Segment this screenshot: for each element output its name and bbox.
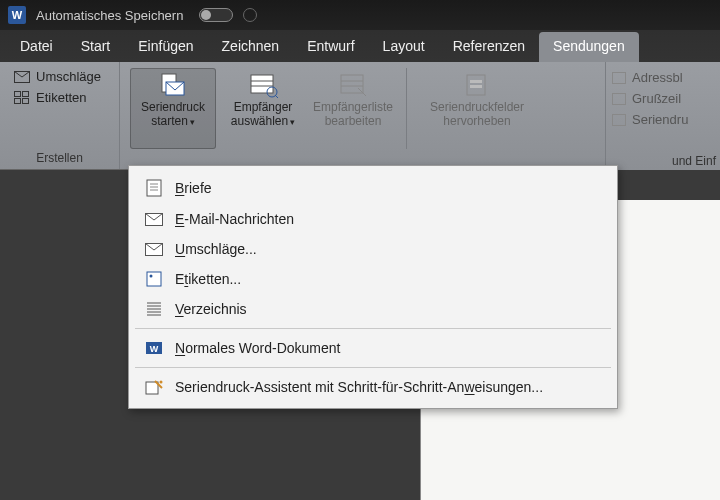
- word-doc-icon: W: [145, 340, 163, 356]
- menu-umschlaege[interactable]: Umschläge...: [129, 234, 617, 264]
- tab-einfuegen[interactable]: Einfügen: [124, 32, 207, 62]
- highlight-fields-icon: [462, 72, 492, 98]
- email-icon: [145, 213, 163, 226]
- menu-separator: [135, 328, 611, 329]
- grusszeile-button[interactable]: Grußzeil: [612, 91, 714, 106]
- seriendruckfelder-hervorheben-button[interactable]: Seriendruckfelderhervorheben: [417, 68, 537, 149]
- erstellen-stack: Umschläge Etiketten: [10, 68, 109, 106]
- seriendruckfeld-einfuegen-button[interactable]: Seriendru: [612, 112, 714, 127]
- tab-sendungen[interactable]: Sendungen: [539, 32, 639, 62]
- menu-normales-dokument[interactable]: W Normales Word-Dokument: [129, 333, 617, 363]
- menu-etiketten[interactable]: Etiketten...: [129, 264, 617, 294]
- envelope-icon: [145, 243, 163, 256]
- menu-email[interactable]: E-Mail-Nachrichten: [129, 204, 617, 234]
- group-erstellen-label: Erstellen: [10, 149, 109, 167]
- umschlaege-button[interactable]: Umschläge: [10, 68, 109, 85]
- greeting-line-icon: [612, 93, 626, 105]
- titlebar: W Automatisches Speichern: [0, 0, 720, 30]
- autosave-off-icon: [243, 8, 257, 22]
- tab-layout[interactable]: Layout: [369, 32, 439, 62]
- address-block-icon: [612, 72, 626, 84]
- separator: [406, 68, 407, 149]
- menu-assistent[interactable]: Seriendruck-Assistent mit Schritt-für-Sc…: [129, 372, 617, 402]
- empfaenger-auswaehlen-button[interactable]: Empfängerauswählen▾: [220, 68, 306, 149]
- svg-rect-7: [251, 75, 273, 93]
- labels-icon: [14, 91, 30, 105]
- autosave-label: Automatisches Speichern: [36, 8, 183, 23]
- svg-rect-17: [470, 85, 482, 88]
- envelope-icon: [14, 71, 30, 83]
- umschlaege-label: Umschläge: [36, 69, 101, 84]
- menu-briefe[interactable]: Briefe: [129, 172, 617, 204]
- mailmerge-start-icon: [158, 72, 188, 98]
- svg-rect-3: [15, 98, 21, 103]
- svg-rect-16: [470, 80, 482, 83]
- letter-icon: [145, 179, 163, 197]
- svg-text:W: W: [150, 344, 159, 354]
- empfaengerliste-bearbeiten-button[interactable]: Empfängerlistebearbeiten: [310, 68, 396, 149]
- svg-rect-36: [146, 382, 158, 394]
- autosave-toggle[interactable]: [199, 8, 233, 22]
- svg-rect-20: [613, 114, 626, 125]
- seriendruck-starten-menu: Briefe E-Mail-Nachrichten Umschläge... E…: [128, 165, 618, 409]
- svg-rect-18: [613, 72, 626, 83]
- svg-point-37: [160, 381, 163, 384]
- tab-referenzen[interactable]: Referenzen: [439, 32, 539, 62]
- etiketten-button[interactable]: Etiketten: [10, 89, 109, 106]
- tab-zeichnen[interactable]: Zeichnen: [208, 32, 294, 62]
- label-icon: [145, 271, 163, 287]
- directory-icon: [145, 301, 163, 317]
- recipients-icon: [248, 72, 278, 98]
- side-footer-label: und Einf: [672, 154, 716, 168]
- svg-line-11: [275, 95, 278, 98]
- edit-list-icon: [338, 72, 368, 98]
- seriendruck-starten-button[interactable]: Seriendruckstarten▾: [130, 68, 216, 149]
- etiketten-label: Etiketten: [36, 90, 87, 105]
- wizard-icon: [145, 379, 163, 395]
- tab-entwurf[interactable]: Entwurf: [293, 32, 368, 62]
- group-felder-schreiben: Adressbl Grußzeil Seriendru und Einf: [605, 62, 720, 170]
- insert-field-icon: [612, 114, 626, 126]
- svg-rect-4: [23, 98, 29, 103]
- svg-rect-2: [23, 91, 29, 96]
- chevron-down-icon: ▾: [190, 117, 195, 127]
- group-erstellen: Umschläge Etiketten Erstellen: [0, 62, 120, 169]
- word-logo-icon: W: [8, 6, 26, 24]
- svg-point-28: [150, 275, 153, 278]
- svg-rect-27: [147, 272, 161, 286]
- tab-start[interactable]: Start: [67, 32, 125, 62]
- menu-separator: [135, 367, 611, 368]
- svg-rect-19: [613, 93, 626, 104]
- svg-rect-1: [15, 91, 21, 96]
- chevron-down-icon: ▾: [290, 117, 295, 127]
- adressblock-button[interactable]: Adressbl: [612, 70, 714, 85]
- svg-rect-21: [147, 180, 161, 196]
- menu-verzeichnis[interactable]: Verzeichnis: [129, 294, 617, 324]
- tab-datei[interactable]: Datei: [6, 32, 67, 62]
- ribbon-tabs: Datei Start Einfügen Zeichnen Entwurf La…: [0, 30, 720, 62]
